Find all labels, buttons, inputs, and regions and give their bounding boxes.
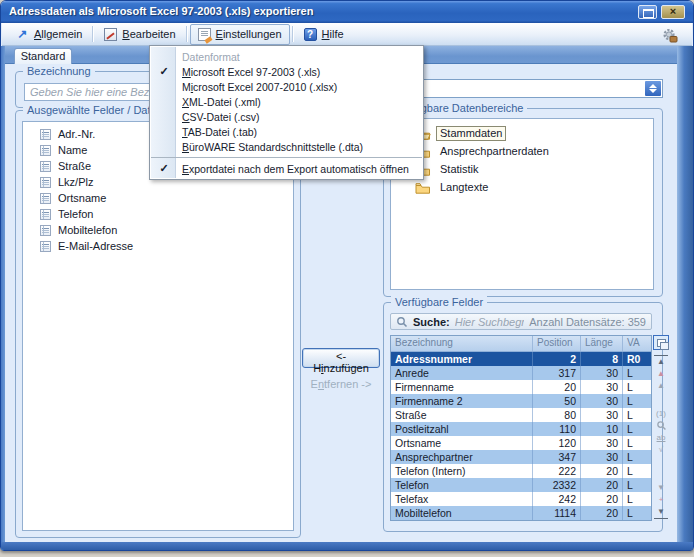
- maximize-button[interactable]: [638, 5, 657, 19]
- list-item-label: Adr.-Nr.: [58, 128, 95, 140]
- cell-bezeichnung: Ortsname: [391, 436, 533, 450]
- cell-länge: 20: [581, 506, 623, 520]
- cell-bezeichnung: Telefon (Intern): [391, 464, 533, 478]
- menu-separator: [151, 157, 422, 158]
- table-row-ortsname[interactable]: Ortsname12030L: [391, 436, 651, 450]
- list-item-mobiltelefon[interactable]: Mobiltelefon: [23, 222, 293, 238]
- toolbar-settings-button[interactable]: [655, 25, 683, 45]
- list-item-label: Telefon: [58, 208, 93, 220]
- move-up-icon[interactable]: ▲: [654, 368, 668, 380]
- table-row-straße[interactable]: Straße8030L: [391, 408, 651, 422]
- table-row-anrede[interactable]: Anrede31730L: [391, 366, 651, 380]
- scroll-down-icon[interactable]: ▼: [654, 482, 668, 494]
- menubar-item-label: Hilfe: [322, 28, 344, 40]
- cell-va: L: [623, 464, 651, 478]
- window-frame-right: [677, 46, 693, 550]
- column-header-bezeichnung[interactable]: Bezeichnung: [391, 336, 533, 351]
- combobox-spinner-icon[interactable]: [645, 81, 661, 96]
- groupbox-verfuegbare-felder: Verfügbare Felder Suche: Hier Suchbegrif…: [383, 302, 663, 532]
- cell-bezeichnung: Straße: [391, 408, 533, 422]
- tab-standard[interactable]: Standard: [14, 48, 72, 64]
- field-icon: [40, 225, 51, 236]
- column-options-button[interactable]: [653, 335, 669, 350]
- edit-icon: [104, 28, 117, 41]
- list-item-e-mail-adresse[interactable]: E-Mail-Adresse: [23, 238, 293, 254]
- groupbox-bezeichnung-label: Bezeichnung: [23, 65, 95, 77]
- separator: [186, 26, 188, 42]
- list-item-label: Ortsname: [58, 192, 106, 204]
- cell-bezeichnung: Anrede: [391, 366, 533, 380]
- cell-position: 317: [533, 366, 581, 380]
- menubar-item-bearbeiten[interactable]: Bearbeiten: [96, 24, 183, 45]
- formula-icon[interactable]: √: [654, 444, 668, 456]
- cell-bezeichnung: Adressnummer: [391, 352, 533, 366]
- check-icon: ✓: [155, 65, 173, 78]
- table-row-telefon-intern[interactable]: Telefon (Intern)22220L: [391, 464, 651, 478]
- separator: [92, 26, 94, 42]
- menubar-item-label: Allgemein: [34, 28, 82, 40]
- table-row-telefon[interactable]: Telefon233220L: [391, 478, 651, 492]
- search-placeholder: Hier Suchbegriff eingebe: [455, 316, 525, 328]
- sort-icon[interactable]: ab: [654, 432, 668, 444]
- menu-item-label: TAB-Datei (.tab): [182, 126, 257, 138]
- field-icon: [40, 129, 51, 140]
- tree-item-ansprechpartnerdaten[interactable]: ▷Ansprechpartnerdaten: [391, 142, 653, 160]
- menubar-item-allgemein[interactable]: ↗Allgemein: [8, 24, 90, 45]
- table-row-firmenname[interactable]: Firmenname2030L: [391, 380, 651, 394]
- tree-item-label: Statistik: [436, 162, 483, 177]
- cell-va: R0: [623, 352, 651, 366]
- close-button[interactable]: ×: [661, 5, 685, 19]
- menubar-item-einstellungen[interactable]: Einstellungen: [190, 24, 290, 45]
- menubar-item-hilfe[interactable]: ?Hilfe: [296, 24, 352, 45]
- menu-item-csv-datei-csv[interactable]: CSV-Datei (.csv): [150, 109, 423, 124]
- table-row-telefax[interactable]: Telefax24220L: [391, 492, 651, 506]
- list-item-label: Straße: [58, 160, 91, 172]
- scroll-last-icon[interactable]: ▼: [654, 506, 668, 519]
- add-button[interactable]: <- Hinzufügen: [302, 348, 380, 368]
- menu-item-xml-datei-xml[interactable]: XML-Datei (.xml): [150, 94, 423, 109]
- scroll-up-icon[interactable]: ▲: [654, 380, 668, 392]
- remove-button[interactable]: Entfernen ->: [302, 378, 380, 390]
- tree-item-label: Stammdaten: [436, 126, 506, 141]
- table-row-mobiltelefon[interactable]: Mobiltelefon111420L: [391, 506, 651, 520]
- menubar-item-label: Einstellungen: [216, 28, 282, 40]
- column-header-position[interactable]: Position: [533, 336, 581, 351]
- cell-bezeichnung: Firmenname 2: [391, 394, 533, 408]
- cell-bezeichnung: Ansprechpartner: [391, 450, 533, 464]
- move-down-icon[interactable]: +: [654, 494, 668, 506]
- menu-item-tab-datei-tab[interactable]: TAB-Datei (.tab): [150, 124, 423, 139]
- row-number-icon[interactable]: (1): [654, 408, 668, 420]
- list-item-telefon[interactable]: Telefon: [23, 206, 293, 222]
- tree-item-statistik[interactable]: Statistik: [391, 160, 653, 178]
- column-header-va[interactable]: VA: [623, 336, 651, 351]
- table-row-adressnummer[interactable]: Adressnummer28R0: [391, 352, 651, 366]
- tree-item-stammdaten[interactable]: ▷Stammdaten: [391, 124, 653, 142]
- groupbox-selected-fields-label: Ausgewählte Felder / Daten: [23, 104, 167, 116]
- table-row-firmenname-2[interactable]: Firmenname 25030L: [391, 394, 651, 408]
- table-search-icon[interactable]: [654, 420, 668, 432]
- cell-va: L: [623, 506, 651, 520]
- datenbereiche-treebox[interactable]: ▷Stammdaten▷AnsprechpartnerdatenStatisti…: [390, 118, 654, 290]
- cell-va: L: [623, 436, 651, 450]
- window-frame-bottom: [1, 542, 693, 550]
- table-row-postleitzahl[interactable]: Postleitzahl11010L: [391, 422, 651, 436]
- search-bar[interactable]: Suche: Hier Suchbegriff eingebe Anzahl D…: [390, 313, 652, 330]
- scroll-first-icon[interactable]: ▲: [654, 355, 668, 368]
- cell-position: 20: [533, 380, 581, 394]
- cell-position: 50: [533, 394, 581, 408]
- menu-item-microsoft-excel-97-2003-xls[interactable]: ✓Microsoft Excel 97-2003 (.xls): [150, 64, 423, 79]
- column-header-länge[interactable]: Länge: [581, 336, 623, 351]
- selected-fields-listbox[interactable]: Adr.-Nr.NameStraßeLkz/PlzOrtsnameTelefon…: [22, 121, 294, 531]
- cell-va: L: [623, 478, 651, 492]
- cell-position: 347: [533, 450, 581, 464]
- tree-item-langtexte[interactable]: Langtexte: [391, 178, 653, 196]
- menu-item-büroware-standardschnittstelle-dta[interactable]: BüroWARE Standardschnittstelle (.dta): [150, 139, 423, 154]
- menu-item-exportdatei-nach-dem-export-automatisch-öffnen[interactable]: ✓Exportdatei nach dem Export automatisch…: [150, 161, 423, 176]
- list-item-ortsname[interactable]: Ortsname: [23, 190, 293, 206]
- table-row-ansprechpartner[interactable]: Ansprechpartner34730L: [391, 450, 651, 464]
- menu-item-microsoft-excel-2007-2010-xlsx[interactable]: Microsoft Excel 2007-2010 (.xlsx): [150, 79, 423, 94]
- menu-item-label: Microsoft Excel 2007-2010 (.xlsx): [182, 81, 337, 93]
- cell-position: 1114: [533, 506, 581, 520]
- titlebar[interactable]: Adressdaten als Microsoft Excel 97-2003 …: [1, 1, 693, 23]
- cell-va: L: [623, 492, 651, 506]
